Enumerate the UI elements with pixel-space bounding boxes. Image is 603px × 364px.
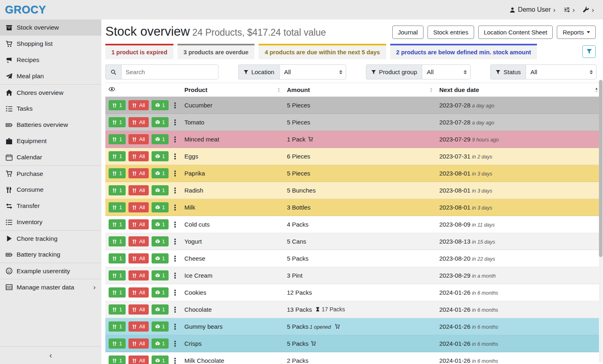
row-context-menu-icon[interactable] — [174, 139, 176, 140]
sidebar-item-purchase[interactable]: Purchase — [0, 165, 101, 182]
consume-one-button[interactable]: 1 — [109, 270, 126, 280]
search-input[interactable] — [121, 64, 218, 79]
sidebar-item-chore-tracking[interactable]: Chore tracking — [0, 230, 101, 246]
sidebar-item-meal-plan[interactable]: Meal plan — [0, 68, 101, 84]
journal-button[interactable]: Journal — [392, 26, 423, 39]
user-menu[interactable]: Demo User › — [509, 6, 556, 13]
scrollbar-thumb[interactable] — [599, 80, 603, 257]
consume-all-button[interactable]: All — [128, 185, 148, 195]
eye-icon[interactable] — [109, 86, 115, 92]
consume-all-button[interactable]: All — [128, 117, 148, 127]
consume-all-button[interactable]: All — [128, 100, 148, 110]
open-one-button[interactable]: 1 — [152, 117, 169, 127]
sidebar-item-consume[interactable]: Consume — [0, 182, 101, 198]
row-context-menu-icon[interactable] — [174, 105, 176, 106]
open-one-button[interactable]: 1 — [152, 151, 169, 161]
sidebar-item-transfer[interactable]: Transfer — [0, 198, 101, 214]
row-context-menu-icon[interactable] — [174, 360, 176, 362]
row-context-menu-icon[interactable] — [174, 258, 176, 259]
consume-all-button[interactable]: All — [128, 236, 148, 246]
sidebar-item-equipment[interactable]: Equipment — [0, 133, 101, 149]
row-context-menu-icon[interactable] — [174, 156, 176, 157]
consume-one-button[interactable]: 1 — [109, 338, 126, 349]
banner-below-min-stock[interactable]: 2 products are below defined min. stock … — [390, 44, 537, 59]
location-select[interactable]: All — [279, 64, 346, 79]
consume-one-button[interactable]: 1 — [109, 304, 126, 315]
consume-one-button[interactable]: 1 — [109, 355, 126, 364]
consume-one-button[interactable]: 1 — [109, 321, 126, 332]
open-one-button[interactable]: 1 — [152, 202, 169, 212]
sidebar-item-chores-overview[interactable]: Chores overview — [0, 84, 101, 101]
consume-one-button[interactable]: 1 — [109, 151, 126, 161]
stock-entries-button[interactable]: Stock entries — [428, 26, 474, 39]
sidebar-item-recipes[interactable]: Recipes — [0, 52, 101, 68]
consume-all-button[interactable]: All — [128, 168, 148, 178]
row-context-menu-icon[interactable] — [174, 343, 176, 345]
open-one-button[interactable]: 1 — [152, 236, 169, 246]
product-group-select[interactable]: All — [422, 64, 470, 79]
consume-one-button[interactable]: 1 — [109, 202, 126, 212]
consume-one-button[interactable]: 1 — [109, 185, 126, 195]
row-context-menu-icon[interactable] — [174, 190, 176, 191]
open-one-button[interactable]: 1 — [152, 355, 169, 364]
sidebar-item-stock-overview[interactable]: Stock overview — [0, 19, 101, 36]
reports-dropdown-button[interactable]: Reports — [557, 26, 596, 39]
row-context-menu-icon[interactable] — [174, 241, 176, 242]
banner-due-soon[interactable]: 4 products are due within the next 5 day… — [259, 44, 386, 59]
consume-all-button[interactable]: All — [128, 219, 148, 229]
sidebar-item-calendar[interactable]: Calendar — [0, 149, 101, 165]
consume-one-button[interactable]: 1 — [109, 134, 126, 144]
consume-all-button[interactable]: All — [128, 338, 148, 349]
sidebar-item-manage-master-data[interactable]: Manage master data› — [0, 279, 101, 295]
consume-all-button[interactable]: All — [128, 304, 148, 315]
column-header-next-due-date[interactable]: Next due date▲▼ — [436, 83, 601, 97]
consume-one-button[interactable]: 1 — [109, 100, 126, 110]
scrollbar[interactable] — [599, 80, 603, 363]
location-content-sheet-button[interactable]: Location Content Sheet — [478, 26, 553, 39]
row-context-menu-icon[interactable] — [174, 326, 176, 328]
banner-expired[interactable]: 1 product is expired — [105, 44, 173, 59]
consume-all-button[interactable]: All — [128, 321, 148, 332]
sidebar-item-inventory[interactable]: Inventory — [0, 214, 101, 230]
sidebar-collapse-button[interactable]: ‹ — [0, 346, 101, 364]
settings-menu[interactable]: › — [564, 6, 575, 13]
consume-one-button[interactable]: 1 — [109, 117, 126, 127]
open-one-button[interactable]: 1 — [152, 185, 169, 195]
banner-overdue[interactable]: 3 products are overdue — [177, 44, 254, 59]
row-context-menu-icon[interactable] — [174, 275, 176, 276]
row-context-menu-icon[interactable] — [174, 309, 176, 310]
consume-all-button[interactable]: All — [128, 134, 148, 144]
consume-one-button[interactable]: 1 — [109, 219, 126, 229]
column-header-product[interactable]: Product▲▼ — [181, 83, 284, 97]
open-one-button[interactable]: 1 — [152, 304, 169, 315]
consume-all-button[interactable]: All — [128, 151, 148, 161]
row-context-menu-icon[interactable] — [174, 122, 176, 123]
open-one-button[interactable]: 1 — [152, 321, 169, 332]
open-one-button[interactable]: 1 — [152, 270, 169, 280]
admin-menu[interactable]: › — [583, 6, 594, 13]
sidebar-item-batteries-overview[interactable]: Batteries overview — [0, 117, 101, 133]
sidebar-item-example-userentity[interactable]: Example userentity — [0, 263, 101, 279]
grocy-logo[interactable]: GROCY — [5, 4, 46, 16]
open-one-button[interactable]: 1 — [152, 287, 169, 298]
consume-one-button[interactable]: 1 — [109, 236, 126, 246]
consume-one-button[interactable]: 1 — [109, 168, 126, 178]
column-header-amount[interactable]: Amount▲▼ — [284, 83, 436, 97]
row-context-menu-icon[interactable] — [174, 224, 176, 225]
open-one-button[interactable]: 1 — [152, 134, 169, 144]
consume-all-button[interactable]: All — [128, 202, 148, 212]
open-one-button[interactable]: 1 — [152, 100, 169, 110]
row-context-menu-icon[interactable] — [174, 173, 176, 174]
status-select[interactable]: All — [526, 64, 597, 79]
row-context-menu-icon[interactable] — [174, 207, 176, 208]
consume-one-button[interactable]: 1 — [109, 287, 126, 298]
open-one-button[interactable]: 1 — [152, 168, 169, 178]
open-one-button[interactable]: 1 — [152, 253, 169, 263]
consume-all-button[interactable]: All — [128, 287, 148, 298]
open-one-button[interactable]: 1 — [152, 338, 169, 349]
consume-one-button[interactable]: 1 — [109, 253, 126, 263]
clear-filters-button[interactable] — [582, 45, 596, 58]
open-one-button[interactable]: 1 — [152, 219, 169, 229]
sidebar-item-tasks[interactable]: Tasks — [0, 101, 101, 117]
consume-all-button[interactable]: All — [128, 270, 148, 280]
